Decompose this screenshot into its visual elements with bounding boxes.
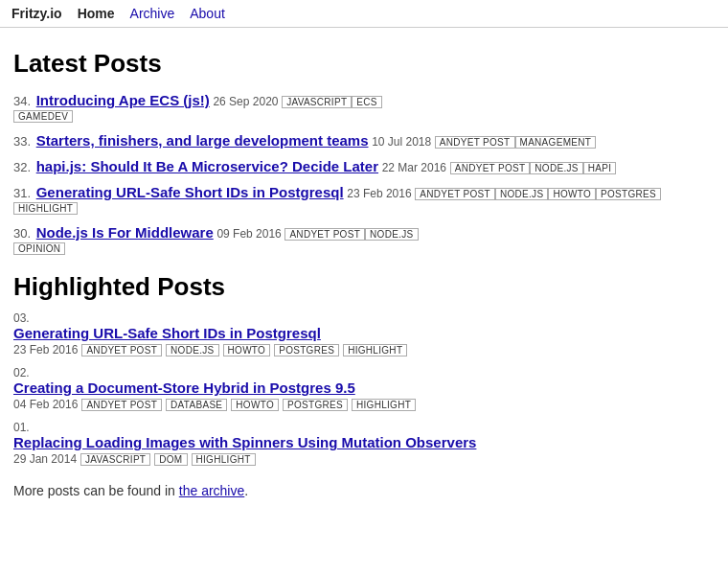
post-tag[interactable]: DATABASE bbox=[166, 399, 227, 411]
post-date: 22 Mar 2016 bbox=[382, 161, 446, 174]
post-tags-overflow: OPINION bbox=[13, 242, 676, 255]
post-tag[interactable]: ANDYET POST bbox=[284, 228, 365, 241]
post-tag[interactable]: POSTGRES bbox=[274, 344, 339, 356]
post-tag[interactable]: JAVASCRIPT bbox=[80, 453, 150, 466]
post-tag[interactable]: MANAGEMENT bbox=[515, 136, 597, 149]
post-date: 04 Feb 2016 bbox=[13, 398, 78, 411]
highlighted-posts-list: 03. Generating URL-Safe Short IDs in Pos… bbox=[13, 311, 676, 466]
post-tags-overflow: GAMEDEV bbox=[13, 110, 676, 123]
post-tag[interactable]: HIGHLIGHT bbox=[352, 399, 416, 411]
post-tag[interactable]: ECS bbox=[352, 96, 381, 108]
post-title-link[interactable]: Starters, finishers, and large developme… bbox=[36, 132, 369, 149]
post-tag[interactable]: HAPI bbox=[583, 162, 617, 174]
post-title-line: Generating URL-Safe Short IDs in Postgre… bbox=[13, 325, 676, 341]
latest-posts-heading: Latest Posts bbox=[13, 49, 676, 79]
post-tag[interactable]: ANDYET POST bbox=[81, 344, 162, 356]
post-meta: 04 Feb 2016 ANDYET POSTDATABASEHOWTOPOST… bbox=[13, 398, 676, 411]
post-date: 26 Sep 2020 bbox=[213, 95, 278, 108]
post-title-line: 33. Starters, finishers, and large devel… bbox=[13, 132, 676, 149]
post-tag[interactable]: POSTGRES bbox=[283, 399, 348, 411]
post-tag[interactable]: NODE.JS bbox=[166, 344, 218, 356]
post-number: 33. bbox=[13, 134, 31, 149]
post-tag[interactable]: OPINION bbox=[13, 242, 65, 255]
post-tag[interactable]: HOWTO bbox=[231, 399, 279, 411]
post-date: 23 Feb 2016 bbox=[347, 187, 411, 200]
post-tag[interactable]: HOWTO bbox=[548, 188, 596, 200]
nav-link-archive[interactable]: Archive bbox=[130, 6, 175, 21]
post-title-link[interactable]: Creating a Document-Store Hybrid in Post… bbox=[13, 380, 355, 396]
post-date: 23 Feb 2016 bbox=[13, 343, 78, 356]
list-item: 03. Generating URL-Safe Short IDs in Pos… bbox=[13, 311, 676, 356]
footer-text-before: More posts can be found in bbox=[13, 483, 179, 498]
nav-link-about[interactable]: About bbox=[190, 6, 225, 21]
post-number-line: 02. bbox=[13, 366, 676, 380]
nav-link-home[interactable]: Home bbox=[78, 6, 115, 21]
highlighted-posts-heading: Highlighted Posts bbox=[13, 272, 676, 302]
post-number: 32. bbox=[13, 160, 31, 174]
post-tag[interactable]: POSTGRES bbox=[596, 188, 661, 200]
nav-brand[interactable]: Fritzy.io bbox=[11, 6, 62, 21]
list-item: 34. Introducing Ape ECS (js!) 26 Sep 202… bbox=[13, 92, 676, 123]
post-title-line: 32. hapi.js: Should It Be A Microservice… bbox=[13, 158, 676, 174]
post-title-link[interactable]: Generating URL-Safe Short IDs in Postgre… bbox=[36, 184, 344, 200]
footer-text-after: . bbox=[244, 483, 248, 498]
list-item: 31. Generating URL-Safe Short IDs in Pos… bbox=[13, 184, 676, 215]
archive-link[interactable]: the archive bbox=[179, 483, 244, 498]
post-title-line: Creating a Document-Store Hybrid in Post… bbox=[13, 380, 676, 396]
list-item: 33. Starters, finishers, and large devel… bbox=[13, 132, 676, 149]
post-title-line: Replacing Loading Images with Spinners U… bbox=[13, 434, 676, 450]
main-content: Latest Posts 34. Introducing Ape ECS (js… bbox=[0, 28, 690, 527]
list-item: 32. hapi.js: Should It Be A Microservice… bbox=[13, 158, 676, 174]
post-number: 34. bbox=[13, 94, 31, 108]
post-meta: 29 Jan 2014 JAVASCRIPTDOMHIGHLIGHT bbox=[13, 452, 676, 466]
post-title-link[interactable]: Generating URL-Safe Short IDs in Postgre… bbox=[13, 325, 321, 341]
post-number: 30. bbox=[13, 226, 31, 241]
list-item: 01. Replacing Loading Images with Spinne… bbox=[13, 421, 676, 466]
post-number-line: 03. bbox=[13, 311, 676, 325]
post-tag[interactable]: HIGHLIGHT bbox=[343, 344, 407, 356]
post-tag[interactable]: NODE.JS bbox=[530, 162, 582, 174]
post-date: 29 Jan 2014 bbox=[13, 452, 77, 466]
main-nav: Fritzy.io Home Archive About bbox=[0, 0, 728, 28]
list-item: 02. Creating a Document-Store Hybrid in … bbox=[13, 366, 676, 411]
post-title-link[interactable]: Replacing Loading Images with Spinners U… bbox=[13, 434, 476, 450]
post-title-link[interactable]: Introducing Ape ECS (js!) bbox=[36, 92, 210, 108]
post-number-line: 01. bbox=[13, 421, 676, 434]
post-tag[interactable]: ANDYET POST bbox=[450, 162, 531, 174]
post-tag[interactable]: JAVASCRIPT bbox=[282, 96, 352, 108]
post-title-line: 31. Generating URL-Safe Short IDs in Pos… bbox=[13, 184, 676, 215]
post-title-link[interactable]: hapi.js: Should It Be A Microservice? De… bbox=[36, 158, 378, 174]
post-tag[interactable]: HIGHLIGHT bbox=[192, 453, 256, 466]
post-tag[interactable]: HOWTO bbox=[223, 344, 271, 356]
post-number: 31. bbox=[13, 186, 31, 200]
post-tag[interactable]: NODE.JS bbox=[365, 228, 418, 241]
post-meta: 23 Feb 2016 ANDYET POSTNODE.JSHOWTOPOSTG… bbox=[13, 343, 676, 356]
post-title-line: 30. Node.js Is For Middleware 09 Feb 201… bbox=[13, 224, 676, 241]
footer-text: More posts can be found in the archive. bbox=[13, 483, 676, 498]
list-item: 30. Node.js Is For Middleware 09 Feb 201… bbox=[13, 224, 676, 255]
post-tag[interactable]: HIGHLIGHT bbox=[13, 202, 78, 215]
post-date: 09 Feb 2016 bbox=[216, 227, 281, 241]
post-tag[interactable]: GAMEDEV bbox=[13, 110, 73, 123]
post-tag[interactable]: ANDYET POST bbox=[415, 188, 495, 200]
post-tag[interactable]: NODE.JS bbox=[495, 188, 548, 200]
post-tag[interactable]: ANDYET POST bbox=[81, 399, 162, 411]
post-title-line: 34. Introducing Ape ECS (js!) 26 Sep 202… bbox=[13, 92, 676, 108]
post-date: 10 Jul 2018 bbox=[372, 135, 431, 149]
post-title-link[interactable]: Node.js Is For Middleware bbox=[36, 224, 214, 241]
latest-posts-list: 34. Introducing Ape ECS (js!) 26 Sep 202… bbox=[13, 92, 676, 255]
post-tag[interactable]: ANDYET POST bbox=[435, 136, 515, 149]
post-tag[interactable]: DOM bbox=[154, 453, 187, 466]
